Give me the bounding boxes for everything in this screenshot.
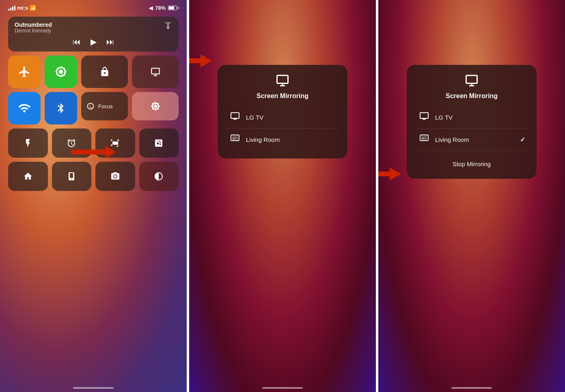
svg-marker-16 (390, 167, 401, 180)
media-title: Outnumbered (15, 21, 164, 28)
focus-label: Focus (98, 103, 112, 109)
fast-forward-button[interactable]: ⏭ (106, 37, 114, 47)
carrier-label: mt:s (17, 5, 28, 11)
living-room-icon: tv (229, 133, 241, 146)
living-room-icon-3: tv (418, 133, 430, 146)
popup-title-3: Screen Mirroring (446, 92, 498, 100)
device-item-lg-tv-3[interactable]: LG TV (415, 106, 528, 129)
wifi-toggle[interactable] (8, 92, 41, 124)
home-indicator (73, 387, 114, 389)
panel-screen-mirroring: Screen Mirroring LG TV tv Living Room (189, 0, 376, 392)
home-indicator-3 (451, 387, 492, 389)
brightness-button[interactable] (132, 92, 179, 120)
focus-button[interactable]: Focus (81, 92, 128, 120)
panel-stop-mirroring: Screen Mirroring LG TV tv Living Room (378, 0, 565, 392)
popup-title: Screen Mirroring (257, 92, 308, 100)
lg-tv-name-3: LG TV (435, 114, 453, 121)
lg-tv-icon (229, 111, 241, 123)
svg-rect-15 (378, 171, 390, 176)
svg-marker-6 (106, 146, 116, 159)
screen-mirroring-popup: Screen Mirroring LG TV tv Living Room (213, 32, 352, 159)
panel-control-center: mt:s 📶 ◀ 78% Outnumbered (0, 0, 187, 392)
device-item-lg-tv[interactable]: LG TV (226, 106, 339, 129)
checkmark-icon: ✓ (520, 136, 525, 144)
device-list-3: LG TV tv Living Room ✓ (415, 106, 528, 151)
device-list: LG TV tv Living Room (226, 106, 339, 150)
device-item-living-room-3[interactable]: tv Living Room ✓ (415, 129, 528, 151)
home-button[interactable] (8, 162, 48, 191)
flashlight-button[interactable] (8, 129, 48, 158)
svg-point-2 (59, 70, 63, 74)
calculator-button[interactable] (139, 129, 179, 158)
arrow-to-mirror (71, 144, 120, 162)
media-widget: Outnumbered Dermot Kennedy ⏮ ▶ ⏭ (8, 17, 179, 51)
mirror-popup-icon (275, 73, 290, 89)
home-indicator-2 (262, 387, 303, 389)
lg-tv-name: LG TV (246, 114, 263, 121)
screen-mirroring-popup-active: Screen Mirroring LG TV tv Living Room (403, 32, 541, 179)
wifi-icon: 📶 (30, 5, 36, 11)
svg-rect-0 (165, 23, 172, 24)
battery-percent: 78% (155, 5, 166, 11)
rewind-button[interactable]: ⏮ (73, 37, 81, 47)
stop-mirroring-button[interactable]: Stop Mirroring (415, 157, 528, 171)
contrast-button[interactable] (139, 162, 179, 191)
living-room-name: Living Room (246, 136, 280, 143)
svg-rect-5 (71, 150, 106, 154)
mirror-popup-icon-3 (464, 73, 479, 89)
camera-button[interactable] (95, 162, 135, 191)
screen-mirror-button[interactable] (132, 56, 179, 88)
bluetooth-toggle[interactable] (45, 92, 77, 124)
battery-icon (168, 6, 179, 10)
arrow-to-stop (378, 167, 403, 183)
svg-rect-10 (189, 58, 201, 63)
airplane-mode-toggle[interactable] (8, 56, 41, 88)
media-artist: Dermot Kennedy (15, 28, 164, 34)
orientation-lock-button[interactable] (81, 56, 128, 88)
lg-tv-icon-3 (418, 111, 430, 123)
svg-text:tv: tv (422, 137, 424, 140)
svg-marker-11 (201, 54, 212, 67)
svg-point-3 (114, 175, 116, 178)
svg-text:tv: tv (233, 137, 235, 140)
location-icon: ◀ (149, 5, 153, 11)
airplay-icon[interactable] (164, 21, 172, 31)
status-bar: mt:s 📶 ◀ 78% (0, 0, 187, 13)
remote-button[interactable] (52, 162, 92, 191)
device-item-living-room[interactable]: tv Living Room (226, 129, 339, 150)
cellular-toggle[interactable] (45, 56, 77, 88)
living-room-name-3: Living Room (435, 136, 469, 143)
play-button[interactable]: ▶ (91, 37, 97, 47)
arrow-to-title (189, 54, 213, 70)
signal-bars (8, 6, 15, 11)
